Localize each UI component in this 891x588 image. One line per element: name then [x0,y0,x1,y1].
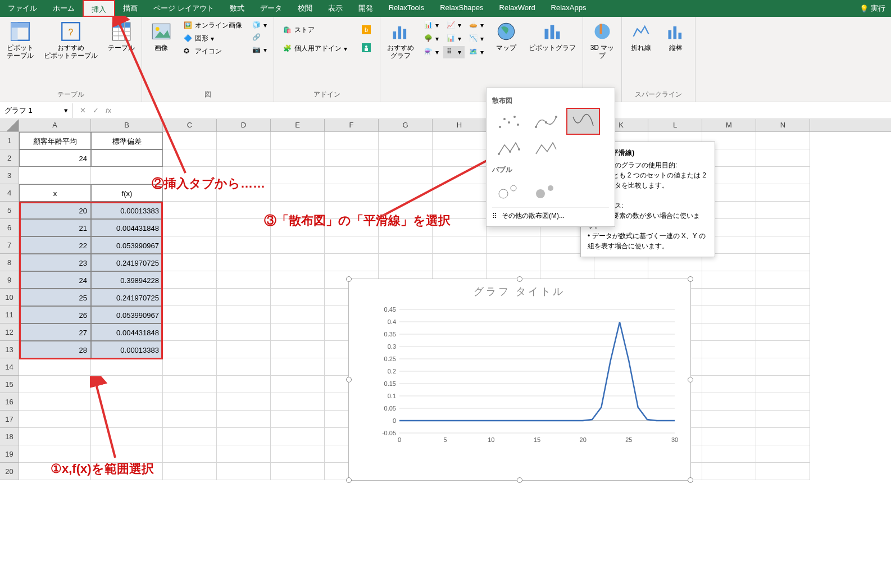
col-header-c[interactable]: C [163,119,217,131]
cell-c7[interactable] [163,236,217,254]
cell-n9[interactable] [756,271,810,289]
cell-e10[interactable] [271,289,325,306]
cell-n16[interactable] [756,393,810,411]
tab-relaxword[interactable]: RelaxWord [492,0,543,17]
cell-d13[interactable] [217,341,271,358]
cell-c11[interactable] [163,306,217,323]
col-header-n[interactable]: N [756,119,810,131]
row-header[interactable]: 15 [0,376,19,393]
tab-relaxapps[interactable]: RelaxApps [543,0,594,17]
sparkline-line-button[interactable]: 折れ線 [625,19,657,54]
cell-e20[interactable] [271,463,325,480]
cell-n17[interactable] [756,411,810,428]
cell-b8[interactable]: 0.241970725 [91,254,163,271]
cell-a7[interactable]: 22 [19,236,91,254]
cell-h7[interactable] [433,236,487,254]
fx-button[interactable]: fx [106,106,111,115]
line-chart-button[interactable]: 📈▾ [443,19,465,31]
cell-a8[interactable]: 23 [19,254,91,271]
row-header[interactable]: 20 [0,463,19,480]
cell-d19[interactable] [217,445,271,463]
bing-button[interactable]: b [358,24,374,36]
hier-chart-button[interactable]: 🌳▾ [421,33,442,45]
cell-m19[interactable] [702,445,756,463]
row-header[interactable]: 2 [0,149,19,167]
tell-me[interactable]: 💡 実行 [854,0,891,17]
cell-a4[interactable]: x [19,184,91,202]
cell-e1[interactable] [271,132,325,149]
more-scatter-button[interactable]: ⠿ その他の散布図(M)... [492,207,609,222]
cell-f3[interactable] [325,167,379,184]
cell-b19[interactable] [91,445,163,463]
cell-f4[interactable] [325,184,379,202]
cell-b7[interactable]: 0.053990967 [91,236,163,254]
chart-plot[interactable]: -0.0500.050.10.150.20.250.30.350.40.4505… [377,304,680,450]
col-header-m[interactable]: M [702,119,756,131]
cell-d8[interactable] [217,254,271,271]
cell-e12[interactable] [271,323,325,341]
cell-e14[interactable] [271,358,325,376]
col-header-b[interactable]: B [91,119,163,131]
cell-n18[interactable] [756,428,810,445]
cell-b13[interactable]: 0.00013383 [91,341,163,358]
tab-file[interactable]: ファイル [0,0,45,17]
cell-n15[interactable] [756,376,810,393]
cell-e2[interactable] [271,149,325,167]
cell-c6[interactable] [163,219,217,236]
cell-a19[interactable] [19,445,91,463]
name-box[interactable]: グラフ 1▾ [0,103,73,118]
cell-b18[interactable] [91,428,163,445]
cell-a10[interactable]: 25 [19,289,91,306]
cell-d16[interactable] [217,393,271,411]
cell-m16[interactable] [702,393,756,411]
cell-a5[interactable]: 20 [19,202,91,219]
map-button[interactable]: マップ [490,19,522,54]
icons-button[interactable]: ✪アイコン [180,45,246,58]
cell-n4[interactable] [756,184,810,202]
chart-title[interactable]: グラフ タイトル [349,279,690,304]
shapes-button[interactable]: 🔷図形 ▾ [180,32,246,45]
cell-b6[interactable]: 0.004431848 [91,219,163,236]
cell-b11[interactable]: 0.053990967 [91,306,163,323]
cell-d15[interactable] [217,376,271,393]
cell-f7[interactable] [325,236,379,254]
cell-e7[interactable] [271,236,325,254]
cell-f8[interactable] [325,254,379,271]
tab-draw[interactable]: 描画 [115,0,146,17]
cell-n2[interactable] [756,149,810,167]
row-header[interactable]: 8 [0,254,19,271]
tab-relaxtools[interactable]: RelaxTools [381,0,433,17]
cell-d18[interactable] [217,428,271,445]
cell-c14[interactable] [163,358,217,376]
row-header[interactable]: 7 [0,236,19,254]
cell-e15[interactable] [271,376,325,393]
cell-n14[interactable] [756,358,810,376]
cell-h1[interactable] [433,132,487,149]
surface-chart-button[interactable]: 🗺️▾ [466,46,487,58]
cell-g7[interactable] [379,236,433,254]
cell-n5[interactable] [756,202,810,219]
cell-n1[interactable] [756,132,810,149]
3d-model-button[interactable]: 🧊 ▾ [249,19,270,31]
cell-a16[interactable] [19,393,91,411]
col-header-e[interactable]: E [271,119,325,131]
cell-b9[interactable]: 0.39894228 [91,271,163,289]
cell-a17[interactable] [19,411,91,428]
cell-m13[interactable] [702,341,756,358]
cell-n6[interactable] [756,219,810,236]
cell-n13[interactable] [756,341,810,358]
col-header-l[interactable]: L [648,119,702,131]
cell-g2[interactable] [379,149,433,167]
scatter-lines-option[interactable] [529,135,563,162]
cell-f5[interactable] [325,202,379,219]
cell-c8[interactable] [163,254,217,271]
bar-chart-button[interactable]: 📊▾ [443,33,465,45]
row-header[interactable]: 16 [0,393,19,411]
cell-d1[interactable] [217,132,271,149]
cell-a13[interactable]: 28 [19,341,91,358]
cell-d12[interactable] [217,323,271,341]
cell-d14[interactable] [217,358,271,376]
smartart-button[interactable]: 🔗 [249,31,270,44]
row-header[interactable]: 13 [0,341,19,358]
bubble-option[interactable] [492,177,526,204]
